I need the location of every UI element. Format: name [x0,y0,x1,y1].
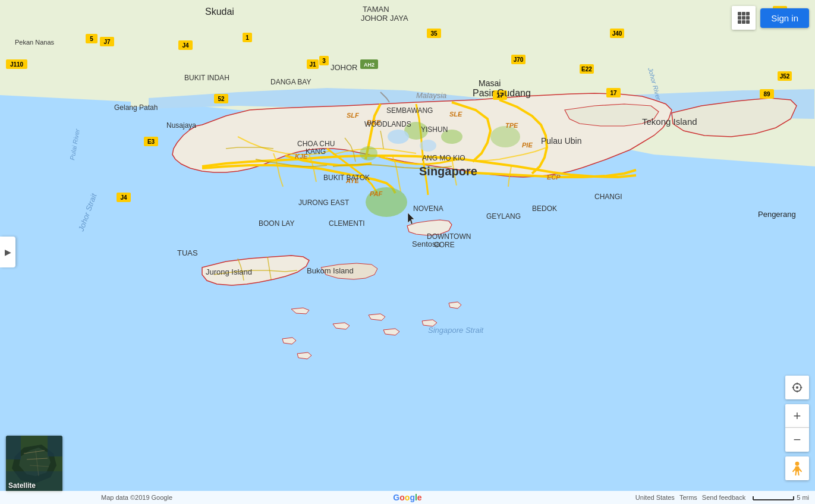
locate-icon [791,382,803,393]
svg-text:Tekong Island: Tekong Island [642,116,697,127]
svg-text:35: 35 [430,30,438,37]
map-controls: + − [785,376,809,480]
send-feedback-link[interactable]: Send feedback [702,494,745,501]
svg-text:Malaysia: Malaysia [416,91,446,100]
svg-text:Sentosa: Sentosa [412,240,440,248]
svg-text:Pulau Ubin: Pulau Ubin [541,136,582,146]
svg-text:E22: E22 [581,66,592,73]
svg-text:J4: J4 [120,194,127,201]
svg-text:SLE: SLE [449,111,462,118]
street-view-button[interactable] [785,456,809,480]
scale-line [753,494,794,501]
bottom-bar: Map data ©2019 Google Google United Stat… [0,491,815,504]
svg-text:89: 89 [763,91,770,97]
svg-point-133 [795,462,800,466]
svg-text:52: 52 [218,96,225,102]
svg-text:17: 17 [610,90,617,96]
svg-text:PIE: PIE [522,141,533,149]
svg-text:NOVENA: NOVENA [413,204,443,213]
google-logo: Google [393,493,421,502]
zoom-in-button[interactable]: + [785,404,809,428]
sign-in-button[interactable]: Sign in [760,8,809,28]
terms-link[interactable]: Terms [679,494,697,501]
svg-line-138 [798,471,799,475]
svg-text:PAF: PAF [370,190,382,197]
svg-text:J110: J110 [10,61,24,68]
svg-text:BUKIT BATOK: BUKIT BATOK [323,174,370,182]
svg-text:Gelang Patah: Gelang Patah [114,103,158,112]
svg-line-136 [799,469,801,471]
svg-text:Pekan Nanas: Pekan Nanas [15,39,55,46]
svg-line-135 [793,469,795,471]
top-right-controls: Sign in [732,6,809,30]
svg-text:YISHUN: YISHUN [421,125,448,134]
chevron-right-icon: ▶ [5,247,11,257]
locate-button[interactable] [785,376,809,399]
map-container[interactable]: 5 J7 J4 1 J1 52 3 AH2 35 J70 J40 17 17 E… [0,0,815,504]
svg-text:1: 1 [246,34,249,41]
svg-line-137 [795,471,796,475]
svg-point-10 [490,126,520,147]
svg-text:Pengerang: Pengerang [758,210,796,219]
svg-text:WOODLANDS: WOODLANDS [364,120,411,128]
svg-point-11 [388,130,409,144]
svg-text:Nusajaya: Nusajaya [166,121,196,130]
svg-point-128 [796,386,798,389]
svg-text:JOHOR JAYA: JOHOR JAYA [361,14,408,23]
svg-text:Pasir Gudang: Pasir Gudang [473,88,531,98]
zoom-out-button[interactable]: − [785,428,809,452]
scale-bar: 5 mi [753,494,809,501]
sidebar-toggle-button[interactable]: ▶ [0,237,15,267]
svg-text:SLF: SLF [347,112,359,119]
grid-icon [738,12,750,24]
svg-text:Masai: Masai [479,78,501,88]
svg-text:KANG: KANG [306,147,326,156]
svg-text:ECP: ECP [547,174,561,181]
satellite-label: Satellite [8,481,36,490]
satellite-view-toggle[interactable]: Satellite [6,436,62,492]
svg-text:J7: J7 [103,39,111,45]
svg-text:CLEMENTI: CLEMENTI [329,219,365,228]
svg-text:TPE: TPE [505,122,518,129]
bottom-bar-right: United States Terms Send feedback 5 mi [635,494,809,501]
svg-text:Jurong Island: Jurong Island [206,267,252,276]
svg-text:J1: J1 [309,61,316,68]
united-states-link[interactable]: United States [635,494,675,501]
svg-text:BEDOK: BEDOK [532,204,557,213]
map-canvas: 5 J7 J4 1 J1 52 3 AH2 35 J70 J40 17 17 E… [0,0,815,504]
svg-rect-120 [6,436,21,459]
svg-text:AH2: AH2 [364,62,375,68]
svg-point-12 [420,140,436,152]
google-apps-button[interactable] [732,6,756,30]
svg-text:ANG MO KIO: ANG MO KIO [422,154,465,162]
svg-text:BUKIT INDAH: BUKIT INDAH [184,74,229,82]
svg-rect-121 [48,436,62,456]
svg-text:5: 5 [90,36,93,42]
svg-text:Skudai: Skudai [205,7,234,17]
svg-text:J70: J70 [514,56,524,63]
pegman-icon [791,461,803,475]
svg-text:Singapore: Singapore [419,165,477,178]
svg-text:Singapore Strait: Singapore Strait [428,326,484,335]
svg-text:J40: J40 [612,30,622,37]
svg-text:DANGA BAY: DANGA BAY [270,78,311,86]
svg-text:TAMAN: TAMAN [363,5,389,14]
svg-text:CHANGI: CHANGI [594,193,622,201]
svg-text:J52: J52 [780,73,790,80]
svg-text:3: 3 [322,58,326,64]
svg-text:E3: E3 [147,138,155,145]
svg-text:BOON LAY: BOON LAY [259,219,294,228]
bottom-bar-left: Map data ©2019 Google [101,494,172,501]
svg-text:TUAS: TUAS [177,248,198,257]
map-data-text: Map data ©2019 Google [101,494,172,501]
svg-text:J4: J4 [182,42,189,49]
svg-text:GEYLANG: GEYLANG [486,212,521,220]
svg-text:Bukom Island: Bukom Island [307,266,354,275]
svg-text:JOHOR: JOHOR [331,63,358,72]
scale-text: 5 mi [797,494,809,501]
svg-point-7 [360,146,377,160]
svg-text:SEMBAWANG: SEMBAWANG [386,106,433,115]
svg-text:CHOA CHU: CHOA CHU [297,140,335,148]
svg-text:JURONG EAST: JURONG EAST [298,199,350,207]
